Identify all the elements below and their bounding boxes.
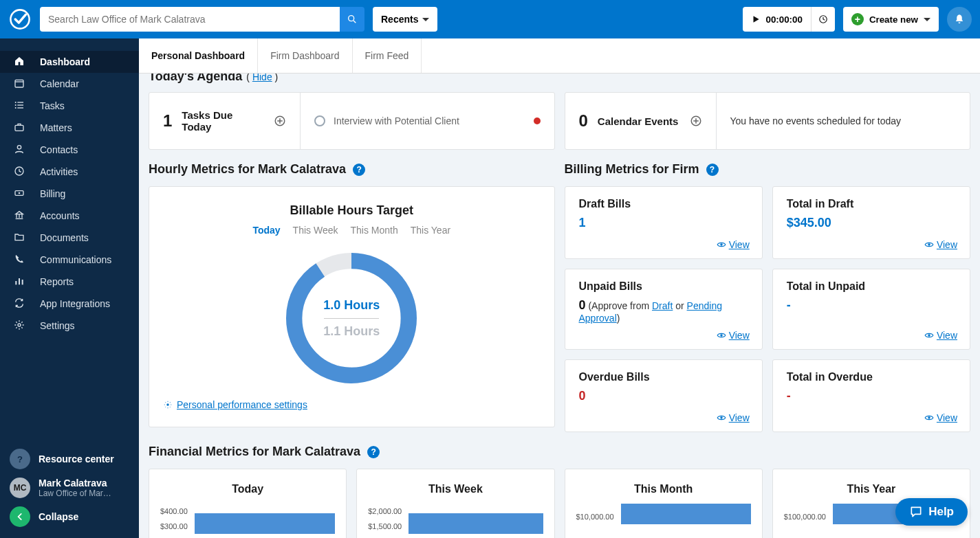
card-value: 0 [579, 389, 748, 403]
total-draft-card: Total in Draft $345.00 View [772, 186, 970, 259]
sidebar-item-contacts[interactable]: Contacts [0, 139, 139, 161]
hourly-tab-today[interactable]: Today [252, 225, 280, 236]
chevron-down-icon [924, 14, 930, 25]
sidebar-item-matters[interactable]: Matters [0, 117, 139, 139]
hourly-metrics-title: Hourly Metrics for Mark Calatrava [149, 162, 346, 177]
view-link[interactable]: View [924, 239, 957, 250]
agenda-hide-wrap: ( Hide ) [246, 74, 278, 82]
billable-hours-donut: 1.0 Hours 1.1 Hours [283, 249, 420, 387]
svg-point-33 [928, 334, 930, 337]
timer-group: 00:00:00 [743, 7, 835, 32]
clock-icon [14, 166, 25, 179]
sidebar-item-dashboard[interactable]: Dashboard [0, 51, 139, 73]
tab-personal-dashboard[interactable]: Personal Dashboard [139, 38, 258, 73]
view-link[interactable]: View [924, 330, 957, 341]
svg-line-2 [353, 21, 356, 23]
svg-point-16 [19, 192, 21, 194]
card-value: 1 [579, 216, 748, 230]
task-item[interactable]: Interview with Potential Client [301, 93, 554, 149]
search-button[interactable] [340, 7, 364, 32]
card-title: Draft Bills [579, 198, 748, 210]
plus-circle-icon: + [851, 13, 864, 25]
card-title: Total in Draft [787, 198, 956, 210]
chart-axis: $10,000.00 [576, 509, 614, 524]
svg-point-29 [166, 403, 169, 406]
sidebar-item-calendar[interactable]: Calendar [0, 73, 139, 95]
sidebar-item-label: Billing [40, 188, 65, 199]
hours-target-value: 1.1 Hours [323, 324, 380, 339]
add-event-button[interactable] [690, 115, 702, 127]
top-header: Recents 00:00:00 + Create new [0, 0, 980, 38]
tab-firm-feed[interactable]: Firm Feed [353, 38, 422, 73]
task-item-label: Interview with Potential Client [334, 115, 459, 126]
sidebar-item-label: Tasks [40, 100, 65, 111]
resource-center-button[interactable]: ? Resource center [0, 445, 139, 473]
hourly-tab-year[interactable]: This Year [411, 225, 450, 236]
sidebar-item-activities[interactable]: Activities [0, 161, 139, 183]
sidebar-item-label: Activities [40, 166, 78, 177]
view-link[interactable]: View [717, 239, 750, 250]
sidebar-item-accounts[interactable]: Accounts [0, 205, 139, 227]
search-input[interactable] [40, 7, 340, 32]
hourly-tab-month[interactable]: This Month [350, 225, 398, 236]
billable-hours-title: Billable Hours Target [163, 203, 541, 218]
eye-icon [717, 330, 726, 340]
svg-point-30 [720, 243, 723, 246]
help-icon[interactable]: ? [706, 164, 719, 176]
folder-icon [14, 232, 25, 245]
agenda-tasks-card: 1 Tasks Due Today Interview with Potenti… [149, 92, 555, 150]
no-events-text: You have no events scheduled for today [730, 115, 902, 126]
financial-card-title: This Week [368, 483, 543, 495]
eye-icon [924, 330, 934, 340]
bell-icon [953, 13, 966, 25]
sidebar-item-label: Calendar [40, 78, 79, 89]
financial-card: This Week$2,000.00$1,500.00 [356, 469, 554, 538]
sidebar-item-settings[interactable]: Settings [0, 315, 139, 337]
billable-hours-card: Billable Hours Target Today This Week Th… [149, 186, 555, 427]
timer-options-button[interactable] [812, 7, 835, 32]
sidebar-item-documents[interactable]: Documents [0, 227, 139, 249]
performance-settings-link[interactable]: Personal performance settings [163, 399, 541, 410]
radio-icon [314, 115, 325, 126]
collapse-label: Collapse [39, 511, 78, 522]
view-link[interactable]: View [924, 412, 957, 423]
user-profile-button[interactable]: MC Mark Calatrava Law Office of Mar… [0, 473, 139, 502]
agenda-events-card: 0 Calendar Events You have no events sch… [565, 92, 971, 150]
help-icon[interactable]: ? [367, 446, 380, 458]
card-title: Overdue Bills [579, 371, 748, 383]
svg-point-35 [928, 416, 930, 419]
eye-icon [924, 413, 934, 423]
svg-rect-4 [15, 80, 23, 87]
collapse-sidebar-button[interactable]: Collapse [0, 502, 139, 531]
notifications-button[interactable] [947, 7, 972, 32]
timer-button[interactable]: 00:00:00 [743, 7, 812, 32]
gear-icon [163, 400, 173, 410]
sidebar-item-reports[interactable]: Reports [0, 271, 139, 293]
view-link[interactable]: View [717, 330, 750, 341]
home-icon [14, 56, 25, 69]
create-new-button[interactable]: + Create new [843, 7, 939, 32]
add-task-button[interactable] [274, 115, 286, 127]
sidebar-item-label: Matters [40, 122, 72, 133]
help-float-button[interactable]: Help [895, 498, 968, 526]
view-link[interactable]: View [717, 412, 750, 423]
tab-firm-dashboard[interactable]: Firm Dashboard [258, 38, 352, 73]
sidebar-item-app-integrations[interactable]: App Integrations [0, 293, 139, 315]
unpaid-bills-card: Unpaid Bills 0 (Approve from Draft or Pe… [565, 269, 763, 350]
financial-card-title: This Month [576, 483, 751, 495]
total-overdue-card: Total in Overdue - View [772, 359, 970, 432]
sidebar-item-billing[interactable]: Billing [0, 183, 139, 205]
svg-point-34 [720, 416, 723, 419]
hourly-tab-week[interactable]: This Week [293, 225, 338, 236]
agenda-hide-link[interactable]: Hide [252, 74, 272, 82]
sidebar-item-communications[interactable]: Communications [0, 249, 139, 271]
help-icon[interactable]: ? [353, 164, 365, 176]
card-value: 0 [579, 298, 586, 312]
play-icon [751, 14, 761, 24]
draft-bills-card: Draft Bills 1 View [565, 186, 763, 259]
recents-button[interactable]: Recents [373, 7, 437, 32]
sidebar-item-tasks[interactable]: Tasks [0, 95, 139, 117]
briefcase-icon [14, 122, 25, 135]
draft-link[interactable]: Draft [652, 300, 673, 311]
chart-bar [195, 513, 335, 534]
